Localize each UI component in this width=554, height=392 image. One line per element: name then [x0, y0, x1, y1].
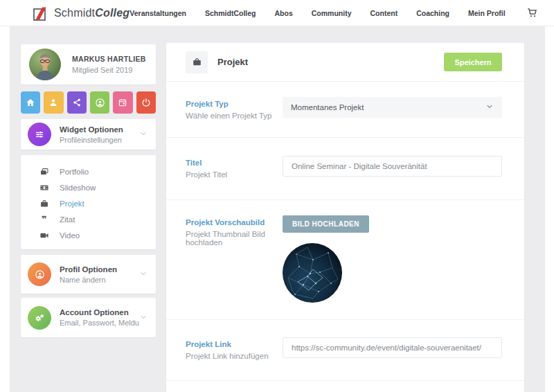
menu-item-slideshow[interactable]: Slideshow: [21, 179, 156, 195]
select-value: Momentanes Projekt: [291, 103, 485, 112]
field-control: [283, 156, 502, 179]
projekt-thumbnail-image: [283, 243, 342, 303]
profile-name: MARKUS HARTLIEB: [72, 55, 146, 63]
save-button[interactable]: Speichern: [444, 53, 502, 71]
user-icon: [48, 98, 58, 107]
form-row-projekt-link: Projekt Link Projekt Link hinzufügen: [166, 320, 524, 381]
profil-options-title: Profil Optionen: [60, 265, 139, 274]
calendar-icon: [118, 98, 127, 107]
power-icon: [141, 98, 151, 107]
field-help: Wähle einen Projekt Typ: [186, 112, 283, 120]
field-label: Titel: [186, 159, 283, 167]
profil-options-subtitle: Name ändern: [60, 276, 139, 284]
profil-options-header[interactable]: Profil Optionen Name ändern: [21, 255, 156, 294]
chevron-down-icon: [139, 128, 148, 141]
member-since: Mitglied Seit 2019: [72, 66, 146, 74]
account-options-title: Account Optionen: [60, 308, 139, 317]
nav-coaching[interactable]: Coaching: [416, 9, 449, 17]
nav-content[interactable]: Content: [370, 9, 398, 17]
widget-options-title: Widget Optionen: [60, 125, 139, 134]
calendar-button[interactable]: [113, 91, 132, 114]
quick-actions: [21, 91, 156, 114]
briefcase-icon: [186, 51, 208, 73]
field-help: Projekt Titel: [186, 170, 283, 179]
menu-item-video[interactable]: Video: [21, 227, 156, 243]
widget-options-meta: Widget Optionen Profileinstellungen: [60, 125, 139, 144]
home-button[interactable]: [21, 91, 40, 114]
brand-logo[interactable]: SchmidtColleg: [32, 5, 129, 21]
nav-links: Veranstaltungen SchmidtColleg Abos Commu…: [129, 8, 537, 18]
form-row-projekt-typ: Projekt Typ Wähle einen Projekt Typ Mome…: [166, 82, 524, 138]
nav-veranstaltungen[interactable]: Veranstaltungen: [129, 9, 186, 17]
nav-mein-profil[interactable]: Mein Profil: [468, 9, 506, 17]
user-circle-icon: [95, 98, 105, 108]
field-control: [283, 337, 502, 360]
menu-item-label: Projekt: [60, 199, 84, 208]
field-labels: Projekt Vorschaubild Projekt Thumbnail B…: [186, 215, 283, 303]
projekt-titel-input[interactable]: [283, 156, 502, 177]
form-row-vorschaubild: Projekt Vorschaubild Projekt Thumbnail B…: [166, 200, 524, 320]
nav-abos[interactable]: Abos: [275, 9, 293, 17]
logout-button[interactable]: [136, 91, 156, 114]
nav-community[interactable]: Community: [312, 9, 352, 17]
field-help: Projekt Link hinzufügen: [186, 352, 283, 360]
gears-icon: [28, 306, 51, 330]
field-label: Projekt Link: [186, 340, 283, 348]
avatar: [29, 48, 61, 80]
field-labels: Titel Projekt Titel: [186, 156, 283, 179]
nav-schmidtcolleg[interactable]: SchmidtColleg: [205, 9, 256, 17]
quote-icon: ❞: [38, 215, 50, 224]
sliders-icon: [28, 123, 51, 146]
chevron-down-icon: [139, 312, 148, 324]
field-labels: Projekt Link Projekt Link hinzufügen: [186, 337, 283, 360]
field-label: Projekt Vorschaubild: [186, 218, 283, 226]
projekt-panel: Projekt Speichern Projekt Typ Wähle eine…: [166, 43, 524, 392]
projekt-typ-select[interactable]: Momentanes Projekt: [283, 97, 502, 118]
profile-button[interactable]: [44, 91, 63, 114]
widget-options-header[interactable]: Widget Optionen Profileinstellungen: [21, 119, 156, 150]
top-navbar: SchmidtColleg Veranstaltungen SchmidtCol…: [0, 0, 554, 26]
account-options-header[interactable]: Account Optionen Email, Passwort, Meldun…: [21, 298, 156, 337]
menu-item-label: Slideshow: [60, 184, 96, 192]
panel-header: Projekt Speichern: [166, 43, 524, 82]
menu-item-label: Portfolio: [60, 168, 89, 176]
field-labels: Projekt Typ Wähle einen Projekt Typ: [186, 97, 283, 120]
field-help: Projekt Thumbnail Bild hochladen: [186, 230, 283, 247]
form-row-titel: Titel Projekt Titel: [166, 138, 524, 200]
widget-options-subtitle: Profileinstellungen: [60, 136, 139, 144]
brand-name: SchmidtColleg: [54, 7, 129, 19]
profil-options-meta: Profil Optionen Name ändern: [60, 265, 139, 284]
menu-item-zitat[interactable]: ❞ Zitat: [21, 211, 156, 227]
profile-meta: MARKUS HARTLIEB Mitglied Seit 2019: [72, 55, 146, 74]
user-icon: [28, 262, 51, 286]
briefcase-icon: [38, 199, 50, 208]
field-control: Momentanes Projekt: [283, 97, 502, 120]
chevron-down-icon: [485, 101, 494, 114]
video-icon: [38, 231, 50, 240]
page-background: MARKUS HARTLIEB Mitglied Seit 2019: [10, 26, 545, 392]
menu-item-label: Zitat: [60, 215, 75, 224]
field-label: Projekt Typ: [186, 100, 283, 108]
share-button[interactable]: [67, 91, 87, 114]
page-title: Projekt: [217, 57, 444, 67]
schmidtcolleg-logo-icon: [32, 5, 48, 21]
account-options-subtitle: Email, Passwort, Meldungen ...: [60, 319, 139, 327]
share-icon: [72, 98, 82, 107]
menu-item-portfolio[interactable]: Portfolio: [21, 163, 156, 179]
member-button[interactable]: [90, 91, 109, 114]
projekt-link-input[interactable]: [283, 337, 502, 358]
cart-icon[interactable]: [527, 8, 537, 18]
menu-item-projekt[interactable]: Projekt: [21, 195, 156, 211]
profile-card: MARKUS HARTLIEB Mitglied Seit 2019: [21, 44, 156, 84]
menu-item-label: Video: [60, 231, 80, 240]
slideshow-icon: [38, 183, 50, 193]
widget-menu: Portfolio Slideshow Projekt ❞ Zitat: [21, 155, 156, 249]
chevron-down-icon: [139, 268, 148, 280]
field-control: BILD HOCHLADEN: [283, 215, 502, 303]
home-icon: [26, 98, 35, 107]
account-options-meta: Account Optionen Email, Passwort, Meldun…: [60, 308, 139, 327]
portfolio-icon: [38, 167, 50, 177]
sidebar: MARKUS HARTLIEB Mitglied Seit 2019: [21, 44, 156, 337]
bild-hochladen-button[interactable]: BILD HOCHLADEN: [283, 215, 369, 233]
